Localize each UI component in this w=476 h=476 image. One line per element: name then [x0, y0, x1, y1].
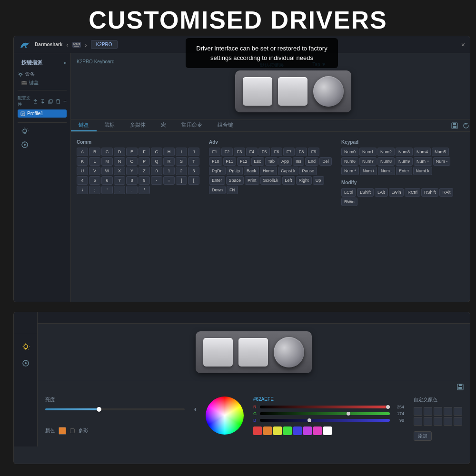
- key-cap-1[interactable]: [243, 77, 272, 106]
- key-btn[interactable]: Num6: [341, 157, 358, 166]
- custom-cell[interactable]: [454, 417, 462, 426]
- sidebar-expand-arrow[interactable]: »: [63, 60, 67, 66]
- swatch-red[interactable]: [253, 426, 262, 435]
- swatch-white[interactable]: [323, 426, 332, 435]
- key-btn[interactable]: -: [151, 176, 162, 185]
- key-btn[interactable]: Pause: [299, 167, 317, 175]
- key-btn[interactable]: A: [77, 148, 88, 156]
- key-btn[interactable]: X: [114, 167, 125, 175]
- save-icon[interactable]: [451, 122, 458, 129]
- key-btn[interactable]: Num5: [432, 148, 449, 156]
- color-wheel[interactable]: [206, 397, 244, 435]
- key-btn[interactable]: PgDn: [209, 167, 226, 175]
- key-btn[interactable]: F6: [271, 148, 282, 156]
- key-btn[interactable]: F: [139, 148, 150, 156]
- multicolor-checkbox[interactable]: [70, 428, 75, 433]
- key-btn[interactable]: D: [114, 148, 125, 156]
- key-btn[interactable]: ': [101, 186, 113, 194]
- key-btn[interactable]: LCtrl: [341, 188, 356, 197]
- key-btn[interactable]: RAlt: [439, 188, 453, 197]
- key-btn[interactable]: =: [163, 176, 175, 185]
- profile-download-icon[interactable]: [40, 99, 45, 104]
- key-btn[interactable]: Num0: [341, 148, 358, 156]
- key-btn[interactable]: I: [176, 148, 187, 156]
- volume-knob[interactable]: [313, 76, 344, 107]
- key-btn[interactable]: F11: [223, 157, 237, 166]
- key-btn[interactable]: W: [101, 167, 113, 175]
- key-btn[interactable]: Enter: [396, 167, 412, 175]
- key-btn[interactable]: V: [89, 167, 100, 175]
- key-btn[interactable]: Back: [244, 167, 259, 175]
- key-btn[interactable]: H: [163, 148, 175, 156]
- key-btn[interactable]: Z: [139, 167, 150, 175]
- key-btn[interactable]: [: [188, 176, 199, 185]
- swatch-blue[interactable]: [293, 426, 302, 435]
- key-btn[interactable]: F7: [283, 148, 295, 156]
- key-btn[interactable]: S: [176, 157, 187, 166]
- key-btn[interactable]: 9: [139, 176, 150, 185]
- key-btn[interactable]: Num +: [414, 157, 432, 166]
- key-btn[interactable]: Enter: [209, 176, 225, 185]
- key-btn[interactable]: 6: [101, 176, 113, 185]
- b-track[interactable]: [260, 419, 390, 422]
- key-btn[interactable]: M: [101, 157, 113, 166]
- key-btn[interactable]: R: [163, 157, 175, 166]
- device-tab[interactable]: K2PRO: [91, 40, 118, 49]
- key-btn[interactable]: Home: [260, 167, 277, 175]
- custom-cell[interactable]: [444, 407, 452, 416]
- add-custom-color-button[interactable]: 添加: [414, 431, 432, 441]
- key-btn[interactable]: Num2: [377, 148, 395, 156]
- key-btn[interactable]: Del: [319, 157, 332, 166]
- key-btn[interactable]: N: [114, 157, 125, 166]
- key-btn[interactable]: Num3: [396, 148, 413, 156]
- key-btn[interactable]: U: [77, 167, 88, 175]
- key-cap-2[interactable]: [278, 77, 307, 106]
- key-btn[interactable]: P: [139, 157, 150, 166]
- key-btn[interactable]: G: [151, 148, 162, 156]
- key-btn[interactable]: RWin: [341, 198, 357, 206]
- sidebar-light-icon[interactable]: [18, 126, 32, 137]
- key-btn[interactable]: Num .: [378, 167, 395, 175]
- key-btn[interactable]: Num7: [359, 157, 377, 166]
- key-btn[interactable]: LWin: [389, 188, 404, 197]
- g-thumb[interactable]: [347, 412, 350, 416]
- key-cap-2-b[interactable]: [238, 338, 268, 367]
- key-btn[interactable]: F9: [308, 148, 319, 156]
- key-btn[interactable]: ]: [176, 176, 187, 185]
- key-btn[interactable]: FN: [227, 186, 238, 194]
- key-btn[interactable]: C: [101, 148, 113, 156]
- nav-left-arrow[interactable]: ‹: [66, 41, 69, 49]
- tab-common-commands[interactable]: 常用命令: [174, 119, 210, 131]
- profile-upload-icon[interactable]: [33, 99, 38, 104]
- r-track[interactable]: [260, 406, 390, 408]
- key-btn[interactable]: Print: [245, 176, 259, 185]
- swatch-purple[interactable]: [303, 426, 312, 435]
- key-btn[interactable]: RCtrl: [405, 188, 420, 197]
- color-swatch-orange[interactable]: [59, 427, 66, 435]
- key-btn[interactable]: LShift: [357, 188, 374, 197]
- key-btn[interactable]: F1: [209, 148, 220, 156]
- key-btn[interactable]: End: [305, 157, 318, 166]
- key-btn[interactable]: J: [188, 148, 199, 156]
- key-btn[interactable]: LAlt: [375, 188, 388, 197]
- key-btn[interactable]: Ins: [293, 157, 304, 166]
- key-btn[interactable]: 7: [114, 176, 125, 185]
- close-button[interactable]: ×: [461, 41, 465, 49]
- tab-mouse[interactable]: 鼠标: [97, 119, 122, 131]
- key-btn[interactable]: F2: [221, 148, 233, 156]
- key-btn[interactable]: Num *: [341, 167, 359, 175]
- key-btn[interactable]: Num4: [414, 148, 431, 156]
- key-btn[interactable]: 0: [151, 167, 162, 175]
- key-btn[interactable]: E: [126, 148, 138, 156]
- custom-cell[interactable]: [434, 407, 442, 416]
- b-thumb[interactable]: [307, 418, 311, 422]
- key-btn[interactable]: 8: [126, 176, 138, 185]
- key-btn[interactable]: Q: [151, 157, 162, 166]
- key-btn[interactable]: 1: [163, 167, 175, 175]
- key-cap-1-b[interactable]: [203, 338, 233, 367]
- sidebar-sub-keyboard[interactable]: 键盘: [14, 79, 70, 87]
- key-btn[interactable]: CapsLk: [278, 167, 298, 175]
- profile-add-icon[interactable]: +: [63, 99, 67, 104]
- key-btn[interactable]: Num /: [360, 167, 377, 175]
- bottom-sidebar-media-icon[interactable]: [21, 359, 30, 369]
